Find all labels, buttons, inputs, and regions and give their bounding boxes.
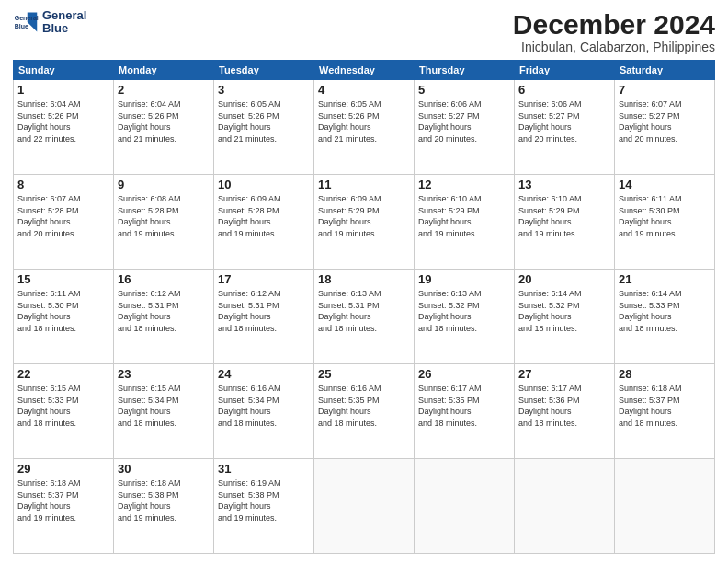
day-info: Sunrise: 6:13 AMSunset: 5:32 PMDaylight … — [418, 288, 510, 334]
subtitle: Inicbulan, Calabarzon, Philippines — [513, 40, 715, 54]
calendar-cell: 1Sunrise: 6:04 AMSunset: 5:26 PMDaylight… — [14, 80, 114, 175]
day-number: 21 — [619, 272, 711, 286]
calendar-cell: 15Sunrise: 6:11 AMSunset: 5:30 PMDayligh… — [14, 270, 114, 364]
day-number: 16 — [118, 272, 210, 286]
day-number: 24 — [218, 367, 310, 381]
calendar-cell: 30Sunrise: 6:18 AMSunset: 5:38 PMDayligh… — [114, 459, 214, 554]
day-header-saturday: Saturday — [615, 61, 715, 80]
day-info: Sunrise: 6:05 AMSunset: 5:26 PMDaylight … — [218, 98, 310, 144]
day-info: Sunrise: 6:06 AMSunset: 5:27 PMDaylight … — [418, 98, 510, 144]
day-header-tuesday: Tuesday — [214, 61, 314, 80]
day-number: 3 — [218, 83, 310, 97]
day-number: 30 — [118, 462, 210, 476]
day-info: Sunrise: 6:05 AMSunset: 5:26 PMDaylight … — [318, 98, 410, 144]
calendar-cell: 22Sunrise: 6:15 AMSunset: 5:33 PMDayligh… — [14, 364, 114, 459]
day-number: 6 — [518, 83, 610, 97]
day-info: Sunrise: 6:16 AMSunset: 5:34 PMDaylight … — [218, 383, 310, 429]
title-block: December 2024 Inicbulan, Calabarzon, Phi… — [513, 9, 715, 54]
main-title: December 2024 — [513, 9, 715, 40]
calendar-body: 1Sunrise: 6:04 AMSunset: 5:26 PMDaylight… — [14, 80, 715, 554]
day-info: Sunrise: 6:16 AMSunset: 5:35 PMDaylight … — [318, 383, 410, 429]
day-info: Sunrise: 6:15 AMSunset: 5:34 PMDaylight … — [118, 383, 210, 429]
calendar-cell: 14Sunrise: 6:11 AMSunset: 5:30 PMDayligh… — [615, 175, 715, 270]
day-number: 27 — [518, 367, 610, 381]
calendar-cell: 28Sunrise: 6:18 AMSunset: 5:37 PMDayligh… — [615, 364, 715, 459]
day-info: Sunrise: 6:17 AMSunset: 5:35 PMDaylight … — [418, 383, 510, 429]
day-info: Sunrise: 6:15 AMSunset: 5:33 PMDaylight … — [17, 383, 109, 429]
calendar-cell: 9Sunrise: 6:08 AMSunset: 5:28 PMDaylight… — [114, 175, 214, 270]
day-info: Sunrise: 6:17 AMSunset: 5:36 PMDaylight … — [518, 383, 610, 429]
calendar-cell: 10Sunrise: 6:09 AMSunset: 5:28 PMDayligh… — [214, 175, 314, 270]
day-header-friday: Friday — [515, 61, 615, 80]
day-info: Sunrise: 6:04 AMSunset: 5:26 PMDaylight … — [118, 98, 210, 144]
day-info: Sunrise: 6:07 AMSunset: 5:27 PMDaylight … — [619, 98, 711, 144]
day-info: Sunrise: 6:14 AMSunset: 5:33 PMDaylight … — [619, 288, 711, 334]
calendar-cell: 12Sunrise: 6:10 AMSunset: 5:29 PMDayligh… — [415, 175, 515, 270]
calendar-cell — [515, 459, 615, 554]
svg-text:Blue: Blue — [15, 23, 28, 29]
day-number: 1 — [17, 83, 109, 97]
day-number: 5 — [418, 83, 510, 97]
calendar-header-row: SundayMondayTuesdayWednesdayThursdayFrid… — [14, 61, 715, 80]
day-number: 31 — [218, 462, 310, 476]
day-number: 4 — [318, 83, 410, 97]
day-number: 7 — [619, 83, 711, 97]
calendar-week-5: 29Sunrise: 6:18 AMSunset: 5:37 PMDayligh… — [14, 459, 715, 554]
calendar-cell: 31Sunrise: 6:19 AMSunset: 5:38 PMDayligh… — [214, 459, 314, 554]
day-header-monday: Monday — [114, 61, 214, 80]
day-header-wednesday: Wednesday — [314, 61, 415, 80]
calendar-cell: 2Sunrise: 6:04 AMSunset: 5:26 PMDaylight… — [114, 80, 214, 175]
calendar-cell: 7Sunrise: 6:07 AMSunset: 5:27 PMDaylight… — [615, 80, 715, 175]
calendar-cell: 27Sunrise: 6:17 AMSunset: 5:36 PMDayligh… — [515, 364, 615, 459]
calendar-cell: 26Sunrise: 6:17 AMSunset: 5:35 PMDayligh… — [415, 364, 515, 459]
calendar-cell: 18Sunrise: 6:13 AMSunset: 5:31 PMDayligh… — [314, 270, 415, 364]
calendar-cell — [615, 459, 715, 554]
day-header-thursday: Thursday — [415, 61, 515, 80]
day-info: Sunrise: 6:11 AMSunset: 5:30 PMDaylight … — [619, 193, 711, 239]
calendar-week-3: 15Sunrise: 6:11 AMSunset: 5:30 PMDayligh… — [14, 270, 715, 364]
calendar-cell: 17Sunrise: 6:12 AMSunset: 5:31 PMDayligh… — [214, 270, 314, 364]
calendar-table: SundayMondayTuesdayWednesdayThursdayFrid… — [13, 60, 715, 554]
day-number: 9 — [118, 178, 210, 191]
logo-icon: General Blue — [13, 9, 39, 35]
day-number: 8 — [17, 178, 109, 191]
day-info: Sunrise: 6:09 AMSunset: 5:29 PMDaylight … — [318, 193, 410, 239]
day-number: 22 — [17, 367, 109, 381]
day-info: Sunrise: 6:18 AMSunset: 5:37 PMDaylight … — [619, 383, 711, 429]
day-info: Sunrise: 6:07 AMSunset: 5:28 PMDaylight … — [17, 193, 109, 239]
calendar-cell: 29Sunrise: 6:18 AMSunset: 5:37 PMDayligh… — [14, 459, 114, 554]
day-number: 12 — [418, 178, 510, 191]
calendar-cell: 8Sunrise: 6:07 AMSunset: 5:28 PMDaylight… — [14, 175, 114, 270]
day-info: Sunrise: 6:04 AMSunset: 5:26 PMDaylight … — [17, 98, 109, 144]
calendar-cell: 13Sunrise: 6:10 AMSunset: 5:29 PMDayligh… — [515, 175, 615, 270]
calendar-week-2: 8Sunrise: 6:07 AMSunset: 5:28 PMDaylight… — [14, 175, 715, 270]
svg-text:General: General — [15, 16, 39, 22]
day-number: 14 — [619, 178, 711, 191]
day-number: 10 — [218, 178, 310, 191]
calendar-cell: 24Sunrise: 6:16 AMSunset: 5:34 PMDayligh… — [214, 364, 314, 459]
calendar-week-1: 1Sunrise: 6:04 AMSunset: 5:26 PMDaylight… — [14, 80, 715, 175]
day-number: 25 — [318, 367, 410, 381]
day-info: Sunrise: 6:09 AMSunset: 5:28 PMDaylight … — [218, 193, 310, 239]
day-number: 20 — [518, 272, 610, 286]
day-number: 11 — [318, 178, 410, 191]
calendar-cell: 20Sunrise: 6:14 AMSunset: 5:32 PMDayligh… — [515, 270, 615, 364]
day-number: 28 — [619, 367, 711, 381]
day-info: Sunrise: 6:14 AMSunset: 5:32 PMDaylight … — [518, 288, 610, 334]
day-info: Sunrise: 6:11 AMSunset: 5:30 PMDaylight … — [17, 288, 109, 334]
calendar-cell: 16Sunrise: 6:12 AMSunset: 5:31 PMDayligh… — [114, 270, 214, 364]
day-info: Sunrise: 6:19 AMSunset: 5:38 PMDaylight … — [218, 477, 310, 523]
calendar-cell: 25Sunrise: 6:16 AMSunset: 5:35 PMDayligh… — [314, 364, 415, 459]
calendar-cell: 19Sunrise: 6:13 AMSunset: 5:32 PMDayligh… — [415, 270, 515, 364]
logo-line2: Blue — [42, 22, 86, 35]
day-number: 2 — [118, 83, 210, 97]
calendar-cell — [314, 459, 415, 554]
day-info: Sunrise: 6:12 AMSunset: 5:31 PMDaylight … — [118, 288, 210, 334]
logo-line1: General — [42, 9, 86, 22]
calendar-cell: 11Sunrise: 6:09 AMSunset: 5:29 PMDayligh… — [314, 175, 415, 270]
day-number: 13 — [518, 178, 610, 191]
day-number: 17 — [218, 272, 310, 286]
logo-text: General Blue — [42, 9, 86, 36]
calendar-cell: 6Sunrise: 6:06 AMSunset: 5:27 PMDaylight… — [515, 80, 615, 175]
day-info: Sunrise: 6:06 AMSunset: 5:27 PMDaylight … — [518, 98, 610, 144]
